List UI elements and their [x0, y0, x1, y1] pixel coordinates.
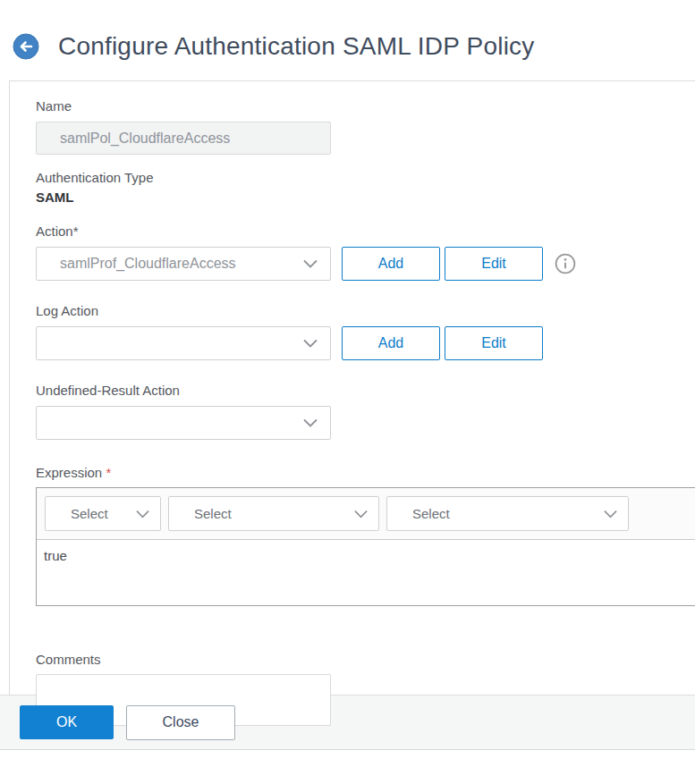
expression-text-input[interactable]: true: [37, 540, 695, 605]
log-action-select[interactable]: [36, 326, 331, 360]
chevron-down-icon: [303, 418, 318, 427]
log-action-add-button[interactable]: Add: [342, 326, 440, 360]
expression-select-3-value: Select: [412, 506, 604, 521]
expression-select-2-value: Select: [194, 506, 354, 521]
log-action-label: Log Action: [36, 302, 695, 319]
chevron-down-icon: [303, 259, 318, 268]
ok-button[interactable]: OK: [20, 705, 114, 739]
expression-section: Expression * Select Select Sele: [36, 464, 695, 606]
expression-editor: Select Select Select: [36, 487, 695, 606]
expression-toolbar: Select Select Select: [37, 488, 695, 540]
authentication-type-label: Authentication Type: [36, 169, 695, 186]
expression-select-1-value: Select: [71, 506, 136, 521]
close-button[interactable]: Close: [126, 705, 235, 740]
action-row: samlProf_CloudflareAccess Add Edit: [36, 247, 695, 281]
form-panel: Name Authentication Type SAML Action* sa…: [9, 80, 695, 695]
name-input[interactable]: [36, 122, 331, 155]
action-add-button[interactable]: Add: [342, 247, 440, 281]
expression-operand-select-3[interactable]: Select: [386, 496, 629, 531]
expression-operand-select-2[interactable]: Select: [168, 496, 379, 531]
undefined-result-action-label: Undefined-Result Action: [36, 382, 695, 399]
log-action-row: Add Edit: [36, 326, 695, 360]
undefined-result-action-select[interactable]: [36, 406, 331, 440]
expression-label: Expression *: [36, 464, 695, 481]
arrow-left-icon: [13, 33, 39, 60]
name-label: Name: [36, 97, 695, 114]
action-edit-button[interactable]: Edit: [445, 247, 543, 281]
action-select-value: samlProf_CloudflareAccess: [60, 256, 303, 272]
action-select[interactable]: samlProf_CloudflareAccess: [36, 247, 331, 281]
page-header: Configure Authentication SAML IDP Policy: [0, 0, 695, 80]
chevron-down-icon: [303, 339, 318, 348]
chevron-down-icon: [604, 510, 617, 518]
page-title: Configure Authentication SAML IDP Policy: [58, 32, 535, 61]
info-icon[interactable]: [555, 253, 576, 274]
expression-label-text: Expression: [36, 465, 102, 480]
action-label: Action*: [36, 223, 695, 240]
log-action-edit-button[interactable]: Edit: [445, 326, 543, 360]
required-asterisk: *: [106, 465, 111, 480]
back-button[interactable]: [13, 33, 39, 60]
comments-label: Comments: [36, 651, 695, 668]
chevron-down-icon: [354, 510, 368, 518]
chevron-down-icon: [136, 510, 149, 518]
expression-operand-select-1[interactable]: Select: [45, 496, 161, 531]
authentication-type-value: SAML: [36, 190, 695, 205]
